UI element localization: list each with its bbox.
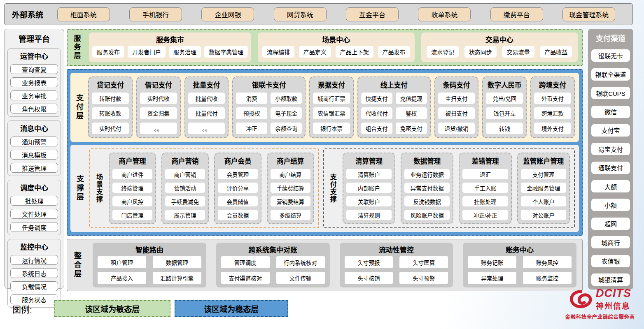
payment-item-box: 跨境汇款 [534, 107, 571, 119]
service-item-box: 流程编排 [262, 46, 294, 58]
management-item-box: 负载情况 [10, 281, 58, 291]
integration-layer-label: 整合层 [71, 243, 83, 287]
dcits-logo-name: DCITS [596, 288, 631, 299]
management-section-title: 消息中心 [10, 123, 58, 133]
management-item-box: 批处理 [10, 196, 58, 206]
payment-support-label: 支付支撑 [328, 153, 337, 224]
management-item-box: 推送管理 [10, 163, 58, 173]
service-item-box: 数据字典管理 [204, 46, 248, 58]
payment-layer: 支付层 贷记支付 转账付款 转账收款 实时代付 [70, 73, 579, 142]
payment-group-items: 主扫支付 被扫支付 退货/撤销 [438, 93, 475, 134]
payment-group: 数字人民币 兑出/兑回 钱包开立 转钱 [482, 76, 527, 138]
integration-item-box: 账务记账 [468, 256, 516, 268]
payment-group: 批量支付 批量代收 批量代付 。。 [184, 76, 229, 138]
support-column-title: 商户结算 [271, 156, 310, 166]
integration-item-box: 头寸匡算 [399, 256, 448, 268]
integration-panel-title: 智能路由 [98, 244, 201, 255]
payment-item-box: 免密支付 [396, 123, 427, 134]
external-system-box: 柜面系统 [57, 7, 110, 21]
payment-item-box: 城商行汇票 [313, 93, 350, 104]
service-item-box: 流水登记 [427, 46, 459, 58]
management-item-box: 通知预警 [10, 137, 58, 146]
service-panel: 交易中心 流水登记 状态同步 交易流量 产品收益 [421, 32, 578, 62]
support-item-box: 会员数据 [218, 210, 258, 220]
payment-item-box: 外币支付 [534, 93, 571, 104]
external-system-box: 网贷系统 [274, 7, 327, 21]
payment-channels-panel: 支付渠道 银联无卡 银联全渠道 银联CUPS 微信 支付宝 易宝支付 通联支付 … [588, 29, 633, 290]
support-item-box: 业务运行数据 [404, 169, 450, 179]
payment-item-box: 实时代付 [92, 123, 129, 134]
integration-item-box: 头寸预报 [345, 256, 393, 268]
support-item-box: 清算账户 [346, 169, 392, 179]
support-column-title: 差错管理 [462, 156, 508, 166]
payment-item-box: 。。 [188, 123, 225, 134]
external-system-box: 缴费平台 [490, 7, 543, 21]
external-system-box: 手机银行 [129, 7, 182, 21]
payment-support-group: 支付支撑 清算管理 清算账户 内部账户 关联账户 清算规则 [323, 148, 575, 228]
integration-item-box: 租户管理 [98, 256, 146, 268]
external-system-box: 收单系统 [418, 7, 471, 21]
support-item-box: 手工入账 [462, 183, 508, 193]
support-item-box: 评价分享 [218, 183, 258, 193]
payment-item-box: 电子现金 [271, 107, 302, 119]
management-item-box: 系统日志 [10, 268, 58, 278]
payment-group-items: 实时代收 资金归集 。。 [140, 93, 177, 134]
integration-item-box: 文件传输 [276, 272, 325, 284]
service-panel-items: 流水登记 状态同步 交易流量 产品收益 [425, 44, 575, 59]
payment-item-box: 钱包开立 [486, 107, 523, 119]
integration-item-box: 数据管理 [153, 256, 201, 268]
payment-group-title: 银联卡支付 [236, 80, 302, 90]
payment-item-box: 组合支付 [361, 123, 392, 134]
payment-item-box: 鉴权 [396, 107, 427, 119]
legend-stable-box: 该区域为稳态层 [175, 300, 288, 317]
payment-group: 条码支付 主扫支付 被扫支付 退货/撤销 [434, 76, 479, 138]
payment-group-title: 借记支付 [140, 80, 177, 90]
payment-item-box: 境外支付 [534, 123, 571, 134]
channel-box: 城银清算 [591, 273, 630, 286]
payment-layer-label: 支付层 [74, 76, 84, 138]
integration-panel: 流动性管控 头寸预报 头寸匡算 头寸核销 头寸预警 [340, 243, 453, 287]
service-item-box: 服务治理 [169, 46, 201, 58]
payment-group-title: 跨境支付 [534, 80, 571, 90]
payment-group-title: 批量支付 [188, 80, 225, 90]
support-item-box: 异常支付数据 [404, 183, 450, 193]
channel-box: 易宝支付 [591, 143, 630, 155]
support-item-box: 多级结算 [271, 210, 310, 220]
payment-group-title: 贷记支付 [92, 80, 129, 90]
dcits-logo-cn: 神州信息 [596, 300, 631, 311]
legend-label: 图例: [12, 303, 32, 315]
support-item-box: 个人账户 [521, 196, 566, 206]
payment-item-box: 农信银汇票 [313, 107, 350, 119]
management-section: 运管中心 查询查复 业务报表 业务审批 角色权限 [7, 48, 61, 117]
management-section: 消息中心 通知预警 消息模板 推送管理 [7, 120, 61, 176]
payment-group-items: 城商行汇票 农信银汇票 银行本票 [313, 93, 350, 134]
management-item-box: 任务调度 [10, 222, 58, 232]
integration-item-box: 头寸核销 [345, 272, 393, 284]
external-system-box: 现金管理系统 [562, 7, 615, 21]
payment-item-box: 转钱 [486, 123, 523, 134]
integration-panel-items: 头寸预报 头寸匡算 头寸核销 头寸预警 [345, 256, 448, 284]
service-item-box: 交易流量 [502, 46, 534, 58]
integration-panel: 智能路由 租户管理 数据管理 产品接入 汇路计算引擎 [93, 243, 206, 287]
payment-item-box: 代收代付 [361, 107, 392, 119]
external-system-box: 互金平台 [346, 7, 399, 21]
integration-item-box: 支付渠道核对 [221, 272, 270, 284]
stable-layer-box: 支付层 贷记支付 转账付款 转账收款 实时代付 [67, 69, 583, 236]
payment-item-box: 实时代收 [140, 93, 177, 104]
legend-agile-box: 该区域为敏态层 [54, 300, 170, 317]
external-systems-list: 柜面系统 手机银行 企业网银 网贷系统 互金平台 收单系统 缴费平台 现金管理系… [47, 7, 625, 21]
service-panel: 场景中心 流程编排 产品定义 产品上下架 产品发布 [258, 32, 415, 62]
management-section: 调度中心 批处理 文件处理 任务调度 [7, 180, 61, 235]
channel-box: 农信银 [591, 255, 630, 267]
integration-item-box: 头寸预警 [399, 272, 448, 284]
support-column-title: 数据管理 [404, 156, 450, 166]
support-item-box: 支付管理 [521, 169, 566, 179]
payment-item-box: 退货/撤销 [438, 123, 475, 134]
support-item-box: 营销活动 [165, 183, 205, 193]
payment-item-box: 转账收款 [92, 107, 129, 119]
support-item-box: 关联账户 [346, 196, 392, 206]
dcits-swirl-icon [567, 287, 595, 311]
service-item-box: 服务发布 [92, 46, 124, 58]
integration-panel: 跨系统集中对账 管理调度 行内系统核对 支付渠道核对 文件传输 [216, 243, 330, 287]
payment-item-box: 冲正 [236, 123, 267, 134]
